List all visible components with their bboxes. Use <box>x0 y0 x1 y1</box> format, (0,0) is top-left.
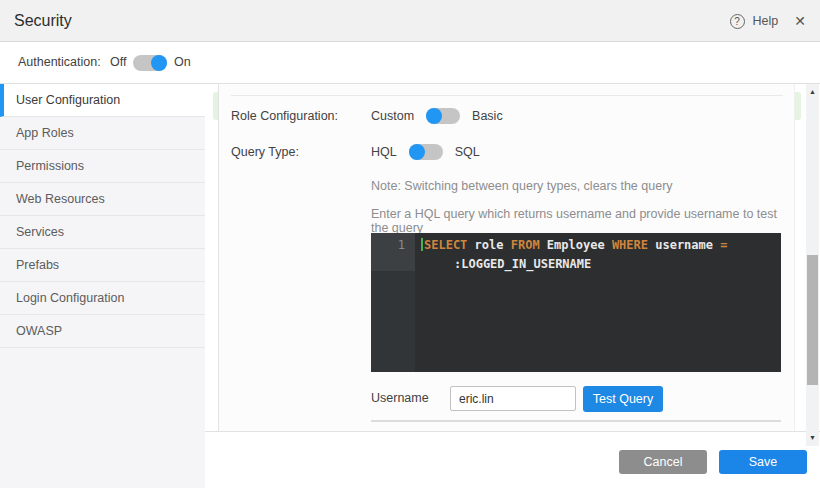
role-configuration-control: Custom Basic <box>371 104 503 128</box>
toggle-knob <box>426 108 442 124</box>
toggle-knob <box>409 144 425 160</box>
help-icon[interactable]: ? <box>730 14 745 29</box>
username-input[interactable] <box>450 386 576 411</box>
sidebar-item-login-configuration[interactable]: Login Configuration <box>0 282 205 315</box>
sidebar-item-app-roles[interactable]: App Roles <box>0 117 205 150</box>
sidebar-item-owasp[interactable]: OWASP <box>0 315 205 348</box>
username-label: Username <box>371 385 429 411</box>
text-cursor-icon <box>421 238 423 251</box>
authentication-toggle[interactable] <box>133 55 167 71</box>
code-token: WHERE <box>612 238 648 252</box>
save-button[interactable]: Save <box>719 450 807 474</box>
hql-query-editor[interactable]: 1 SELECT role FROM Employee WHERE userna… <box>371 233 781 372</box>
vertical-scrollbar[interactable]: ▲ ▼ <box>806 84 819 446</box>
authentication-label: Authentication: <box>18 42 101 83</box>
code-token: SELECT <box>424 238 467 252</box>
query-sql-label: SQL <box>455 140 480 164</box>
role-custom-label: Custom <box>371 104 414 128</box>
query-instruction: Enter a HQL query which returns username… <box>371 207 794 235</box>
query-hql-label: HQL <box>371 140 397 164</box>
code-token: = <box>720 238 727 252</box>
header-actions: ? Help ✕ <box>730 0 806 42</box>
code-token: FROM <box>511 238 540 252</box>
code-token: :LOGGED_IN_USERNAME <box>454 257 591 271</box>
help-link[interactable]: Help <box>753 14 779 28</box>
scrollbar-thumb[interactable] <box>807 255 818 385</box>
code-token: username <box>648 238 720 252</box>
section-divider <box>231 95 783 96</box>
field-divider <box>371 420 781 422</box>
sidebar-item-permissions[interactable]: Permissions <box>0 150 205 183</box>
page-title: Security <box>14 0 72 42</box>
auth-off-label: Off <box>110 42 126 83</box>
role-configuration-toggle[interactable] <box>426 108 460 124</box>
query-type-control: HQL SQL <box>371 140 480 164</box>
question-mark-glyph: ? <box>734 16 740 27</box>
window-header: Security ? Help ✕ <box>0 0 820 42</box>
code-token: role <box>467 238 510 252</box>
role-basic-label: Basic <box>472 104 503 128</box>
sidebar-item-web-resources[interactable]: Web Resources <box>0 183 205 216</box>
code-line: SELECT role FROM Employee WHERE username… <box>421 236 775 255</box>
code-token: Employee <box>540 238 612 252</box>
close-icon[interactable]: ✕ <box>794 13 806 29</box>
footer-bar: Cancel Save <box>205 431 820 488</box>
sidebar-nav: User ConfigurationApp RolesPermissionsWe… <box>0 84 205 488</box>
auth-on-label: On <box>174 42 191 83</box>
sidebar-item-user-configuration[interactable]: User Configuration <box>0 84 205 117</box>
scrollbar-up-icon[interactable]: ▲ <box>806 86 819 98</box>
sidebar-item-services[interactable]: Services <box>0 216 205 249</box>
user-configuration-panel: Role Configuration: Custom Basic Query T… <box>218 84 795 431</box>
sidebar-item-prefabs[interactable]: Prefabs <box>0 249 205 282</box>
role-configuration-label: Role Configuration: <box>231 104 338 128</box>
query-type-toggle[interactable] <box>409 144 443 160</box>
toggle-knob <box>151 55 167 71</box>
query-type-label: Query Type: <box>231 140 299 164</box>
security-window: Security ? Help ✕ Authentication: Off On… <box>0 0 820 488</box>
line-number: 1 <box>371 233 415 271</box>
query-note: Note: Switching between query types, cle… <box>371 179 673 193</box>
scrollbar-down-icon[interactable]: ▼ <box>806 432 819 444</box>
test-query-button[interactable]: Test Query <box>583 386 663 412</box>
authentication-bar: Authentication: Off On ✓ Tested query su… <box>0 42 820 84</box>
editor-gutter: 1 <box>371 233 415 372</box>
code-line: :LOGGED_IN_USERNAME <box>421 255 775 274</box>
code-area[interactable]: SELECT role FROM Employee WHERE username… <box>415 233 781 372</box>
cancel-button[interactable]: Cancel <box>619 450 707 474</box>
